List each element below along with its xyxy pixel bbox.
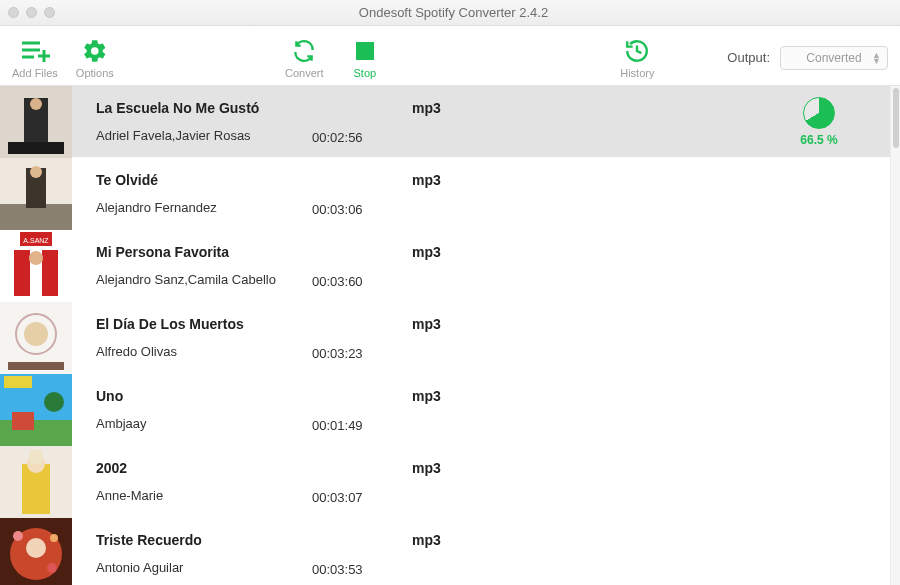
track-title: La Escuela No Me Gustó bbox=[96, 100, 312, 116]
track-title: 2002 bbox=[96, 460, 312, 476]
svg-rect-5 bbox=[356, 42, 374, 60]
track-format: mp3 bbox=[412, 86, 572, 116]
track-artist: Alejandro Fernandez bbox=[96, 200, 312, 215]
track-row[interactable]: El Día De Los MuertosAlfredo Olivas00:03… bbox=[0, 302, 890, 374]
svg-point-13 bbox=[30, 166, 42, 178]
svg-point-38 bbox=[47, 563, 57, 573]
track-format: mp3 bbox=[412, 230, 572, 260]
svg-point-36 bbox=[13, 531, 23, 541]
track-duration: 00:03:60 bbox=[312, 274, 412, 301]
scrollbar[interactable] bbox=[890, 86, 900, 585]
track-progress: 66.5 % bbox=[764, 97, 874, 147]
svg-rect-27 bbox=[12, 412, 34, 430]
track-artist: Alejandro Sanz,Camila Cabello bbox=[96, 272, 312, 287]
track-title: El Día De Los Muertos bbox=[96, 316, 312, 332]
album-art bbox=[0, 446, 72, 518]
svg-rect-26 bbox=[4, 376, 32, 388]
progress-pie-icon bbox=[803, 97, 835, 129]
track-duration: 00:03:23 bbox=[312, 346, 412, 373]
svg-point-22 bbox=[24, 322, 48, 346]
toolbar: Add Files Options Convert bbox=[0, 26, 900, 86]
svg-point-8 bbox=[30, 98, 42, 110]
track-list: La Escuela No Me GustóAdriel Favela,Javi… bbox=[0, 86, 890, 585]
playlist-add-icon bbox=[20, 37, 50, 65]
track-format: mp3 bbox=[412, 302, 572, 332]
track-artist: Adriel Favela,Javier Rosas bbox=[96, 128, 312, 143]
history-label: History bbox=[620, 67, 654, 79]
track-row[interactable]: 2002Anne-Marie00:03:07mp3 bbox=[0, 446, 890, 518]
options-label: Options bbox=[76, 67, 114, 79]
svg-point-28 bbox=[44, 392, 64, 412]
output-select[interactable]: Converted ▲▼ bbox=[780, 46, 888, 70]
album-art bbox=[0, 158, 72, 230]
stop-label: Stop bbox=[354, 67, 377, 79]
track-format: mp3 bbox=[412, 374, 572, 404]
track-row[interactable]: Te OlvidéAlejandro Fernandez00:03:06mp3 bbox=[0, 158, 890, 230]
add-files-button[interactable]: Add Files bbox=[12, 37, 58, 79]
track-title: Mi Persona Favorita bbox=[96, 244, 312, 260]
track-artist: Anne-Marie bbox=[96, 488, 312, 503]
track-row[interactable]: Triste RecuerdoAntonio Aguilar00:03:53mp… bbox=[0, 518, 890, 585]
album-art bbox=[0, 374, 72, 446]
track-artist: Alfredo Olivas bbox=[96, 344, 312, 359]
svg-rect-25 bbox=[0, 420, 72, 446]
svg-point-37 bbox=[50, 534, 58, 542]
scrollbar-thumb[interactable] bbox=[893, 88, 899, 148]
refresh-icon bbox=[290, 37, 318, 65]
window-titlebar: Ondesoft Spotify Converter 2.4.2 bbox=[0, 0, 900, 26]
album-art bbox=[0, 518, 72, 586]
gear-icon bbox=[82, 37, 108, 65]
track-duration: 00:03:07 bbox=[312, 490, 412, 517]
track-duration: 00:02:56 bbox=[312, 130, 412, 157]
add-files-label: Add Files bbox=[12, 67, 58, 79]
track-duration: 00:03:06 bbox=[312, 202, 412, 229]
track-title: Triste Recuerdo bbox=[96, 532, 312, 548]
track-format: mp3 bbox=[412, 158, 572, 188]
album-art: A.SANZ bbox=[0, 230, 72, 302]
album-art bbox=[0, 302, 72, 374]
options-button[interactable]: Options bbox=[76, 37, 114, 79]
track-row[interactable]: UnoAmbjaay00:01:49mp3 bbox=[0, 374, 890, 446]
progress-percent: 66.5 % bbox=[800, 133, 837, 147]
track-duration: 00:03:53 bbox=[312, 562, 412, 585]
convert-label: Convert bbox=[285, 67, 324, 79]
svg-point-35 bbox=[26, 538, 46, 558]
svg-rect-17 bbox=[14, 250, 30, 296]
svg-rect-23 bbox=[8, 362, 64, 370]
output-select-value: Converted bbox=[806, 51, 861, 65]
svg-rect-9 bbox=[8, 142, 64, 154]
track-duration: 00:01:49 bbox=[312, 418, 412, 445]
svg-rect-32 bbox=[30, 450, 42, 464]
output-label: Output: bbox=[727, 50, 770, 65]
track-title: Uno bbox=[96, 388, 312, 404]
track-title: Te Olvidé bbox=[96, 172, 312, 188]
track-format: mp3 bbox=[412, 446, 572, 476]
history-icon bbox=[623, 37, 651, 65]
svg-text:A.SANZ: A.SANZ bbox=[23, 237, 49, 244]
convert-button[interactable]: Convert bbox=[285, 37, 324, 79]
track-row[interactable]: La Escuela No Me GustóAdriel Favela,Javi… bbox=[0, 86, 890, 158]
track-format: mp3 bbox=[412, 518, 572, 548]
stop-icon bbox=[355, 37, 375, 65]
chevron-updown-icon: ▲▼ bbox=[872, 52, 881, 64]
window-title: Ondesoft Spotify Converter 2.4.2 bbox=[15, 5, 892, 20]
track-artist: Antonio Aguilar bbox=[96, 560, 312, 575]
svg-rect-18 bbox=[42, 250, 58, 296]
track-row[interactable]: A.SANZMi Persona FavoritaAlejandro Sanz,… bbox=[0, 230, 890, 302]
history-button[interactable]: History bbox=[620, 37, 654, 79]
svg-point-19 bbox=[29, 251, 43, 265]
track-artist: Ambjaay bbox=[96, 416, 312, 431]
stop-button[interactable]: Stop bbox=[354, 37, 377, 79]
album-art bbox=[0, 86, 72, 158]
